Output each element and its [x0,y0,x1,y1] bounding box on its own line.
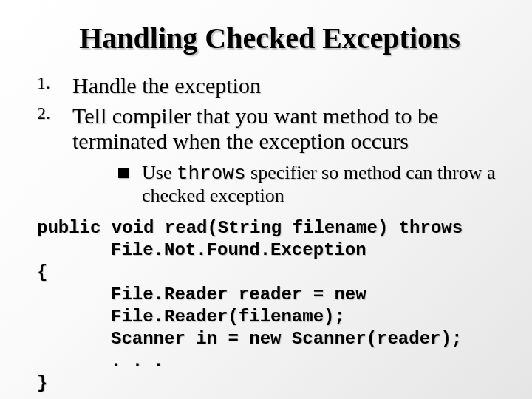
sub-prefix: Use [142,162,177,183]
code-line: } [37,372,502,395]
slide: Handling Checked Exceptions 1. Handle th… [0,0,532,399]
code-line: File.Reader(filename); [37,306,502,328]
list-number: 1. [37,73,72,93]
numbered-list: 1. Handle the exception 2. Tell compiler… [37,73,502,154]
code-line: Scanner in = new Scanner(reader); [37,328,502,350]
sub-bullet: Use throws specifier so method can throw… [118,162,502,208]
square-bullet-icon [118,168,129,178]
code-line: File.Reader reader = new [37,284,502,306]
code-line: public void read(String filename) throws [37,217,502,239]
sub-bullet-text: Use throws specifier so method can throw… [142,162,502,208]
list-item: 1. Handle the exception [37,73,502,99]
list-text: Tell compiler that you want method to be… [72,103,502,154]
code-line: { [37,262,502,284]
list-number: 2. [37,103,72,123]
code-line: . . . [37,350,502,372]
code-block: public void read(String filename) throws… [37,217,502,395]
list-text: Handle the exception [72,73,261,99]
list-item: 2. Tell compiler that you want method to… [37,103,502,154]
slide-title: Handling Checked Exceptions [37,21,502,55]
throws-keyword: throws [177,163,246,185]
code-line: File.Not.Found.Exception [37,239,502,262]
